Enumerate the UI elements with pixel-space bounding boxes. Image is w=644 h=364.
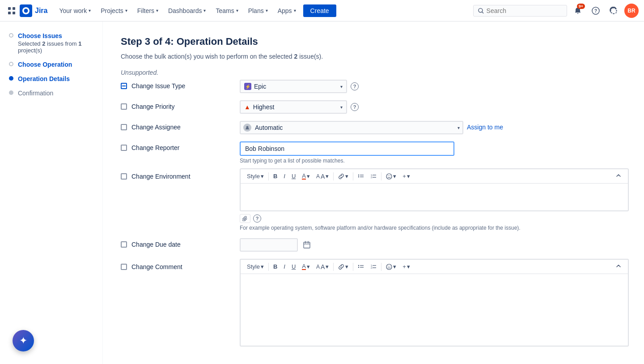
nav-apps[interactable]: Apps ▾: [273, 4, 301, 17]
toolbar-color-button[interactable]: A ▾: [299, 171, 313, 181]
nav-dashboards[interactable]: Dashboards ▾: [164, 4, 211, 17]
notifications-button[interactable]: 9+: [571, 4, 585, 18]
checkbox-comment[interactable]: [121, 264, 127, 270]
toolbar-bold-button[interactable]: B: [271, 171, 280, 181]
search-box[interactable]: [473, 5, 567, 17]
toolbar-font-size-button[interactable]: AA ▾: [314, 171, 331, 181]
checkbox-issue-type[interactable]: [121, 83, 127, 89]
calendar-icon[interactable]: [301, 239, 313, 251]
fab-icon: ✦: [19, 335, 27, 347]
toolbar-style-button[interactable]: Style ▾: [244, 171, 267, 181]
comment-toolbar-bold-button[interactable]: B: [271, 262, 280, 271]
label-assignee: Change Assignee: [131, 124, 181, 131]
chevron-down-icon: ▾: [407, 263, 410, 270]
svg-point-33: [386, 264, 392, 270]
issue-type-chevron-icon: ▾: [340, 84, 343, 89]
comment-toolbar-numbered-list-button[interactable]: 1.2.: [368, 262, 379, 271]
chevron-down-icon: ▾: [294, 8, 296, 13]
chevron-down-icon: ▾: [261, 173, 264, 180]
svg-point-10: [358, 174, 359, 175]
chevron-down-icon: ▾: [393, 263, 396, 270]
comment-editor: Style ▾ B I U A ▾ A: [240, 259, 629, 347]
nav-your-work[interactable]: Your work ▾: [55, 4, 95, 17]
toolbar-divider: [268, 172, 269, 180]
chevron-down-icon: ▾: [345, 173, 348, 180]
sidebar-item-operation-details[interactable]: Operation Details: [18, 75, 70, 82]
svg-point-18: [386, 174, 392, 179]
checkbox-due-date[interactable]: [121, 241, 127, 248]
create-button[interactable]: Create: [303, 4, 336, 17]
fab-button[interactable]: ✦: [13, 330, 34, 351]
sidebar-step-choose-issues: Choose Issues Selected 2 issues from 1 p…: [9, 32, 93, 54]
chevron-down-icon: ▾: [156, 8, 158, 13]
notification-badge: 9+: [577, 4, 585, 9]
settings-button[interactable]: [606, 4, 621, 18]
issue-type-select[interactable]: ⚡ Epic ▾: [240, 80, 347, 93]
environment-toolbar: Style ▾ B I U A ▾ A: [241, 169, 628, 184]
comment-toolbar-font-size-button[interactable]: AA ▾: [314, 262, 331, 272]
chevron-down-icon: ▾: [236, 8, 238, 13]
chevron-down-icon: ▾: [326, 173, 329, 180]
comment-toolbar-link-button[interactable]: ▾: [335, 262, 351, 271]
environment-editor-body[interactable]: [241, 184, 628, 210]
form-row-due-date: Change Due date: [121, 238, 626, 254]
sidebar-item-choose-operation[interactable]: Choose Operation: [18, 61, 72, 68]
toolbar-more-button[interactable]: + ▾: [400, 171, 413, 181]
svg-point-25: [358, 265, 359, 266]
grid-icon[interactable]: [5, 4, 18, 17]
comment-toolbar-color-button[interactable]: A ▾: [299, 262, 313, 271]
help-button[interactable]: ?: [589, 4, 603, 18]
toolbar-emoji-button[interactable]: ▾: [383, 171, 399, 181]
attach-file-button[interactable]: [240, 214, 250, 223]
comment-toolbar-emoji-button[interactable]: ▾: [383, 262, 399, 271]
toolbar-divider-2: [333, 172, 334, 180]
due-date-input[interactable]: [240, 238, 298, 252]
toolbar-numbered-list-button[interactable]: 1.2.: [368, 172, 379, 181]
checkbox-assignee[interactable]: [121, 124, 127, 130]
form-row-comment: Change Comment Style ▾ B I U: [121, 259, 626, 347]
reporter-input[interactable]: [240, 141, 454, 156]
comment-toolbar-style-button[interactable]: Style ▾: [244, 262, 267, 271]
priority-select[interactable]: ▲ Highest ▾: [240, 100, 347, 114]
chevron-down-icon: ▾: [407, 173, 410, 180]
page-title: Step 3 of 4: Operation Details: [121, 36, 626, 47]
nav-filters[interactable]: Filters ▾: [133, 4, 163, 17]
main-content: Step 3 of 4: Operation Details Choose th…: [103, 21, 644, 364]
comment-toolbar-bullet-list-button[interactable]: [355, 262, 367, 271]
toolbar-bullet-list-button[interactable]: [355, 172, 367, 181]
svg-text:2.: 2.: [371, 176, 373, 179]
sidebar-item-choose-issues[interactable]: Choose Issues: [18, 32, 93, 39]
toolbar-underline-button[interactable]: U: [289, 171, 298, 181]
issue-type-help-icon[interactable]: ?: [351, 82, 359, 90]
assignee-select-wrapper: Automatic Unassigned ▾: [240, 121, 463, 134]
nav-projects[interactable]: Projects ▾: [96, 4, 132, 17]
toolbar-collapse-button[interactable]: [613, 171, 624, 181]
comment-toolbar-italic-button[interactable]: I: [281, 262, 288, 271]
toolbar-divider-3: [353, 172, 353, 180]
comment-toolbar-underline-button[interactable]: U: [289, 262, 298, 271]
svg-rect-3: [13, 12, 15, 14]
checkbox-priority[interactable]: [121, 103, 127, 110]
toolbar-link-button[interactable]: ▾: [335, 171, 351, 181]
assign-to-me-link[interactable]: Assign to me: [467, 121, 503, 131]
step-dot-operation-details: [9, 76, 13, 81]
nav-teams[interactable]: Teams ▾: [211, 4, 242, 17]
unsupported-label: Unsupported.: [121, 69, 626, 76]
nav-plans[interactable]: Plans ▾: [244, 4, 272, 17]
svg-text:2.: 2.: [371, 266, 373, 269]
toolbar-italic-button[interactable]: I: [281, 171, 288, 181]
chevron-down-icon: ▾: [307, 173, 310, 180]
checkbox-environment[interactable]: [121, 173, 127, 180]
search-input[interactable]: [487, 7, 562, 14]
priority-help-icon[interactable]: ?: [351, 103, 359, 111]
avatar[interactable]: BR: [624, 4, 639, 18]
comment-editor-body[interactable]: [241, 274, 628, 346]
checkbox-reporter[interactable]: [121, 145, 127, 151]
comment-toolbar-collapse-button[interactable]: [613, 261, 624, 272]
label-priority: Change Priority: [131, 103, 175, 110]
comment-toolbar-more-button[interactable]: + ▾: [400, 262, 413, 271]
jira-logo[interactable]: Jira: [20, 4, 47, 17]
assignee-select[interactable]: Automatic Unassigned: [240, 121, 463, 134]
label-environment: Change Environment: [131, 173, 191, 180]
environment-help-icon[interactable]: ?: [253, 214, 261, 223]
